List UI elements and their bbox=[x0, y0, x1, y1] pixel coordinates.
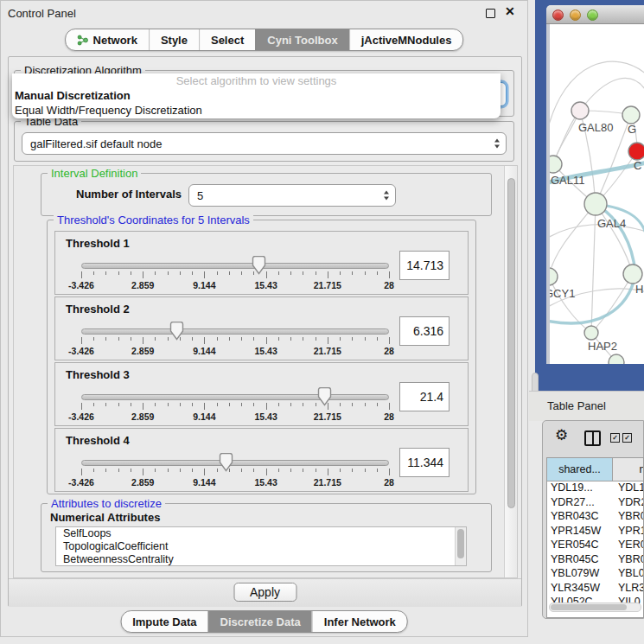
network-node-label: H bbox=[635, 283, 643, 296]
network-node-gal80[interactable] bbox=[571, 102, 589, 119]
network-node-g[interactable] bbox=[622, 106, 640, 124]
bottom-tab-impute-data[interactable]: Impute Data bbox=[121, 611, 207, 632]
node-table: shared...na YDL19...YDL1YDR27...YDR2YBR0… bbox=[546, 457, 644, 618]
zoom-traffic-light-icon[interactable] bbox=[587, 10, 598, 21]
network-node[interactable] bbox=[609, 354, 624, 364]
tick-mark bbox=[105, 403, 106, 406]
tick-mark bbox=[168, 337, 169, 341]
table-row[interactable]: YBR045CYBR0 bbox=[547, 552, 643, 567]
close-icon[interactable]: ✕ bbox=[505, 4, 515, 18]
threshold-value-field[interactable]: 21.4 bbox=[399, 382, 450, 411]
network-node-gal11[interactable] bbox=[550, 156, 562, 173]
tab-jactivemnodules[interactable]: jActiveMNodules bbox=[349, 29, 463, 50]
slider-thumb[interactable] bbox=[219, 453, 233, 472]
threshold-value-field[interactable]: 14.713 bbox=[399, 251, 450, 280]
checkbox-icon[interactable]: ✓ bbox=[610, 433, 620, 443]
network-view-window: GAL80GCGAL11GAL4GCY1HHAP2 bbox=[546, 5, 644, 364]
combobox-stepper-icon[interactable] bbox=[384, 191, 389, 201]
tab-select[interactable]: Select bbox=[199, 29, 255, 50]
combobox-stepper-icon[interactable] bbox=[494, 139, 500, 149]
network-node-gal4[interactable] bbox=[584, 193, 607, 215]
tick-mark bbox=[81, 469, 82, 475]
tick-mark bbox=[290, 403, 291, 406]
network-canvas[interactable]: GAL80GCGAL11GAL4GCY1HHAP2 bbox=[550, 24, 644, 364]
vertical-scrollbar[interactable] bbox=[504, 166, 517, 577]
threshold-slider[interactable]: -3.4262.8599.14415.4321.71528 bbox=[81, 297, 389, 360]
bottom-tab-discretize-data[interactable]: Discretize Data bbox=[208, 611, 312, 632]
table-row[interactable]: YBL079WYBL0 bbox=[547, 566, 643, 581]
network-node-hap2[interactable] bbox=[584, 326, 598, 340]
slider-thumb[interactable] bbox=[317, 387, 332, 406]
network-edge bbox=[550, 204, 596, 277]
tick-mark bbox=[93, 469, 94, 472]
dropdown-option-equal-width-frequency-discretization[interactable]: Equal Width/Frequency Discretization bbox=[15, 103, 202, 118]
horizontal-scrollbar-thumb[interactable] bbox=[551, 604, 627, 610]
list-scrollbar-thumb[interactable] bbox=[457, 529, 464, 558]
minimize-traffic-light-icon[interactable] bbox=[570, 10, 581, 21]
network-node-label: C bbox=[634, 159, 641, 172]
tab-jactivemnodules-label: jActiveMNodules bbox=[361, 34, 452, 47]
table-row[interactable]: YER054CYER0 bbox=[547, 538, 643, 552]
column-header-na[interactable]: na bbox=[613, 458, 644, 481]
table-row[interactable]: YPR145WYPR1 bbox=[547, 524, 643, 539]
tick-label: 21.715 bbox=[314, 346, 341, 356]
attribute-item-selfloops[interactable]: SelfLoops bbox=[56, 527, 466, 540]
thresholds-group-title: Threshold's Coordinates for 5 Intervals bbox=[54, 214, 253, 226]
gear-icon[interactable]: ⚙ bbox=[555, 428, 568, 443]
slider-thumb[interactable] bbox=[169, 322, 184, 341]
apply-button[interactable]: Apply bbox=[233, 583, 296, 602]
threshold-slider[interactable]: -3.4262.8599.14415.4321.71528 bbox=[81, 363, 389, 425]
checkbox-icon[interactable]: ✓ bbox=[622, 433, 632, 443]
column-header-shared[interactable]: shared... bbox=[547, 458, 613, 481]
tick-mark bbox=[217, 469, 218, 472]
tick-label: -3.426 bbox=[68, 346, 94, 356]
slider-track[interactable] bbox=[81, 328, 389, 335]
tick-mark bbox=[253, 403, 254, 406]
network-node-gcy1[interactable] bbox=[550, 268, 558, 285]
threshold-slider[interactable]: -3.4262.8599.14415.4321.71528 bbox=[81, 429, 389, 491]
slider-track[interactable] bbox=[81, 460, 389, 466]
slider-thumb[interactable] bbox=[252, 256, 266, 275]
threshold-value-field[interactable]: 11.344 bbox=[399, 448, 450, 477]
bottom-tab-bar: Impute DataDiscretize DataInfer Network bbox=[120, 610, 408, 633]
tick-mark bbox=[303, 403, 303, 406]
tick-mark bbox=[352, 337, 353, 341]
tick-mark bbox=[278, 271, 279, 275]
close-traffic-light-icon[interactable] bbox=[552, 10, 564, 21]
slider-track[interactable] bbox=[81, 263, 389, 269]
threshold-value-field[interactable]: 6.316 bbox=[399, 316, 450, 346]
attribute-item-topologicalcoefficient[interactable]: TopologicalCoefficient bbox=[56, 540, 466, 553]
network-node-label: G bbox=[628, 123, 636, 136]
tick-mark bbox=[389, 403, 390, 410]
columns-icon[interactable] bbox=[584, 430, 601, 446]
tab-style[interactable]: Style bbox=[149, 29, 199, 50]
tab-network[interactable]: Network bbox=[66, 29, 149, 50]
tick-label: 9.144 bbox=[193, 477, 215, 488]
tab-cyni-toolbox[interactable]: Cyni Toolbox bbox=[255, 29, 348, 50]
interval-definition-title: Interval Definition bbox=[48, 167, 141, 180]
dropdown-option-manual-discretization[interactable]: Manual Discretization bbox=[15, 88, 131, 103]
list-scrollbar[interactable] bbox=[455, 527, 466, 565]
tick-mark bbox=[241, 403, 242, 406]
table-row[interactable]: YBR043CYBR0 bbox=[547, 509, 643, 524]
table-row[interactable]: YDL19...YDL1 bbox=[547, 481, 643, 495]
network-node-h[interactable] bbox=[623, 265, 642, 284]
number-of-intervals-combobox[interactable]: 5 bbox=[188, 184, 396, 207]
attribute-item-betweennesscentrality[interactable]: BetweennessCentrality bbox=[56, 553, 466, 566]
float-window-icon[interactable] bbox=[486, 9, 495, 18]
table-row[interactable]: YDR27...YDR2 bbox=[547, 495, 643, 510]
slider-track[interactable] bbox=[81, 394, 389, 400]
table-row[interactable]: YLR345WYLR3 bbox=[547, 581, 643, 596]
network-window-titlebar[interactable] bbox=[546, 5, 644, 24]
tick-mark bbox=[266, 403, 267, 410]
vertical-scrollbar-thumb[interactable] bbox=[507, 178, 515, 508]
table-header-row: shared...na bbox=[547, 458, 643, 481]
network-node-label: HAP2 bbox=[588, 340, 617, 353]
threshold-slider[interactable]: -3.4262.8599.14415.4321.71528 bbox=[81, 232, 389, 294]
horizontal-scrollbar[interactable] bbox=[549, 603, 641, 612]
table-data-combobox[interactable]: galFiltered.sif default node bbox=[22, 132, 507, 155]
numerical-attributes-label: Numerical Attributes bbox=[50, 511, 160, 524]
bottom-tab-infer-network[interactable]: Infer Network bbox=[312, 611, 407, 632]
tick-mark bbox=[290, 469, 291, 472]
network-node-c[interactable] bbox=[628, 143, 644, 160]
